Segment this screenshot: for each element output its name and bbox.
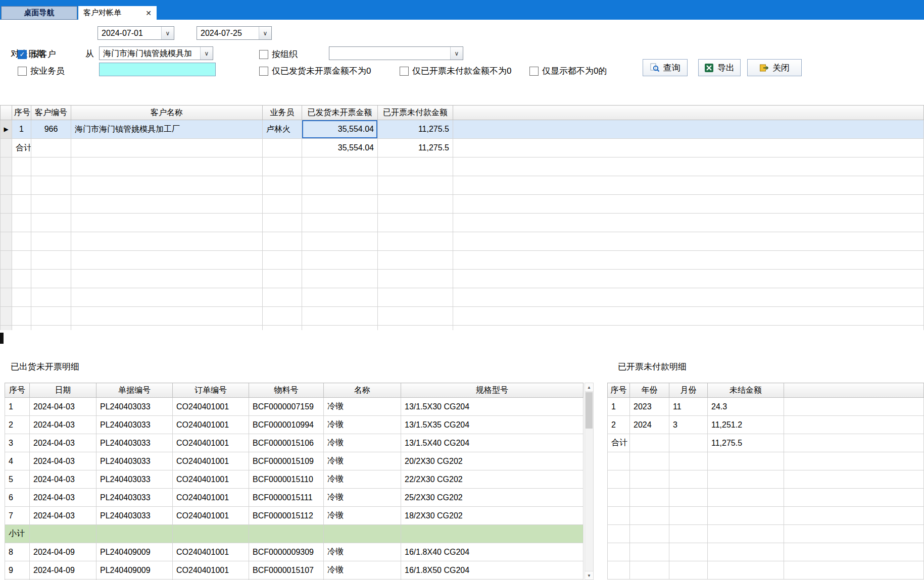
table-row[interactable]: 62024-04-03PL240403033CO240401001BCF0000… — [5, 489, 583, 507]
col-header-shipped-uninvoiced[interactable]: 已发货未开票金额 — [302, 106, 378, 120]
empty-cell — [31, 214, 71, 232]
table-cell: 2024-04-03 — [30, 416, 96, 434]
table-row[interactable]: 120231124.3 — [608, 398, 924, 416]
date-to-select[interactable]: 2024-07-25 ∨ — [197, 26, 272, 40]
table-row[interactable]: 小计 — [5, 525, 583, 543]
table-cell — [784, 416, 924, 434]
empty-cell — [784, 452, 924, 470]
table-row[interactable]: 52024-04-03PL240403033CO240401001BCF0000… — [5, 470, 583, 489]
chevron-down-icon[interactable]: ∨ — [450, 47, 463, 60]
col-header-spec[interactable]: 规格型号 — [401, 383, 583, 398]
table-row[interactable]: 22024311,251.2 — [608, 416, 924, 434]
empty-cell — [708, 543, 784, 561]
tab-close-icon[interactable]: ✕ — [145, 9, 152, 17]
empty-cell — [784, 507, 924, 525]
scrollbar-thumb[interactable] — [586, 392, 593, 429]
table-cell: 3 — [669, 416, 708, 434]
by-org-checkbox[interactable]: 按组织 — [259, 48, 298, 60]
empty-cell — [708, 470, 784, 489]
date-to-value: 2024-07-25 — [197, 27, 259, 39]
table-cell: PL240409009 — [96, 561, 173, 579]
col-header-order-no[interactable]: 订单编号 — [173, 383, 249, 398]
scroll-up-icon[interactable]: ▲ — [585, 383, 593, 392]
col-header-salesman[interactable]: 业务员 — [263, 106, 302, 120]
empty-cell — [1, 176, 12, 195]
checkbox-unchecked-icon — [259, 67, 268, 76]
close-button[interactable]: 关闭 — [747, 59, 802, 76]
col-header-seq[interactable]: 序号 — [5, 383, 30, 398]
chevron-down-icon[interactable]: ∨ — [259, 27, 271, 39]
only-invoiced-nonzero-checkbox[interactable]: 仅已开票未付款金额不为0 — [400, 65, 511, 77]
table-cell: BCF0000007159 — [249, 398, 324, 416]
col-header-seq[interactable]: 序号 — [12, 106, 31, 120]
chevron-down-icon[interactable]: ∨ — [161, 27, 174, 39]
col-header-outstanding[interactable]: 未结金额 — [708, 383, 784, 398]
empty-cell — [708, 489, 784, 507]
customer-select[interactable]: 海门市海门镇管姚模具加 ∨ — [99, 46, 213, 60]
empty-cell — [1, 232, 12, 251]
col-header-year[interactable]: 年份 — [630, 383, 669, 398]
salesman-input[interactable] — [99, 63, 216, 76]
col-header-customer-id[interactable]: 客户编号 — [31, 106, 71, 120]
col-header-doc-no[interactable]: 单据编号 — [96, 383, 173, 398]
table-cell: 13/1.5X30 CG204 — [401, 398, 583, 416]
cell-invoiced-unpaid: 11,275.5 — [378, 120, 453, 139]
query-button[interactable]: 查询 — [643, 59, 688, 76]
table-cell: 冷镦 — [324, 507, 401, 525]
table-row[interactable]: 合计 11,275.5 — [608, 434, 924, 452]
table-row[interactable]: 42024-04-03PL240403033CO240401001BCF0000… — [5, 452, 583, 470]
table-cell: CO240401001 — [173, 452, 249, 470]
export-button[interactable]: 导出 — [698, 59, 741, 76]
vertical-scrollbar[interactable]: ▲ ▼ — [585, 383, 594, 580]
scroll-down-icon[interactable]: ▼ — [585, 571, 593, 579]
table-cell: CO240401001 — [173, 398, 249, 416]
tab-desktop-nav[interactable]: 桌面导航 — [1, 6, 77, 20]
table-cell: 2 — [5, 416, 30, 434]
empty-cell — [453, 251, 924, 270]
table-cell: 11,275.5 — [708, 434, 784, 452]
table-cell: 2024-04-09 — [30, 561, 96, 579]
table-row[interactable]: 32024-04-03PL240403033CO240401001BCF0000… — [5, 434, 583, 452]
table-cell: 11,251.2 — [708, 416, 784, 434]
col-header-month[interactable]: 月份 — [669, 383, 708, 398]
table-row[interactable]: 92024-04-09PL240409009CO240401001BCF0000… — [5, 561, 583, 579]
table-cell: 2024-04-03 — [30, 470, 96, 489]
col-header-date[interactable]: 日期 — [30, 383, 96, 398]
col-header-seq[interactable]: 序号 — [608, 383, 630, 398]
by-customer-checkbox[interactable]: ✓ 按客户 — [18, 48, 56, 60]
empty-cell — [31, 270, 71, 288]
empty-cell — [31, 139, 71, 157]
table-cell: 小计 — [5, 525, 30, 543]
table-row[interactable]: 12024-04-03PL240403033CO240401001BCF0000… — [5, 398, 583, 416]
table-cell: 冷镦 — [324, 452, 401, 470]
table-cell — [401, 525, 583, 543]
col-header-name[interactable]: 名称 — [324, 383, 401, 398]
table-cell: 2023 — [630, 398, 669, 416]
table-row[interactable]: 82024-04-09PL240409009CO240401001BCF0000… — [5, 543, 583, 561]
chevron-down-icon[interactable]: ∨ — [200, 47, 213, 60]
splitter-handle[interactable] — [0, 333, 4, 344]
table-cell: 2024-04-03 — [30, 398, 96, 416]
table-row[interactable]: 72024-04-03PL240403033CO240401001BCF0000… — [5, 507, 583, 525]
org-select[interactable]: ∨ — [329, 46, 463, 60]
empty-cell — [71, 270, 263, 288]
table-row[interactable]: 22024-04-03PL240403033CO240401001BCF0000… — [5, 416, 583, 434]
col-header-customer-name[interactable]: 客户名称 — [71, 106, 263, 120]
customer-row-selected[interactable]: ▶ 1 966 海门市海门镇管姚模具加工厂 卢林火 35,554.04 11,2… — [1, 120, 924, 139]
table-cell: 冷镦 — [324, 561, 401, 579]
only-both-nonzero-checkbox[interactable]: 仅显示都不为0的 — [529, 65, 607, 77]
col-header-invoiced-unpaid[interactable]: 已开票未付款金额 — [378, 106, 453, 120]
date-from-select[interactable]: 2024-07-01 ∨ — [98, 26, 174, 40]
only-shipped-nonzero-checkbox[interactable]: 仅已发货未开票金额不为0 — [259, 65, 371, 77]
empty-cell — [1, 288, 12, 307]
row-selector-cell[interactable]: ▶ — [1, 120, 12, 139]
by-salesman-checkbox[interactable]: 按业务员 — [18, 65, 65, 77]
empty-cell — [608, 452, 630, 470]
tab-customer-statement[interactable]: 客户对帐单 ✕ — [78, 6, 157, 20]
empty-cell — [669, 489, 708, 507]
cell-shipped-uninvoiced[interactable]: 35,554.04 — [302, 120, 378, 139]
empty-cell — [608, 543, 630, 561]
col-header-material-no[interactable]: 物料号 — [249, 383, 324, 398]
col-header-filler — [784, 383, 924, 398]
empty-cell — [453, 232, 924, 251]
